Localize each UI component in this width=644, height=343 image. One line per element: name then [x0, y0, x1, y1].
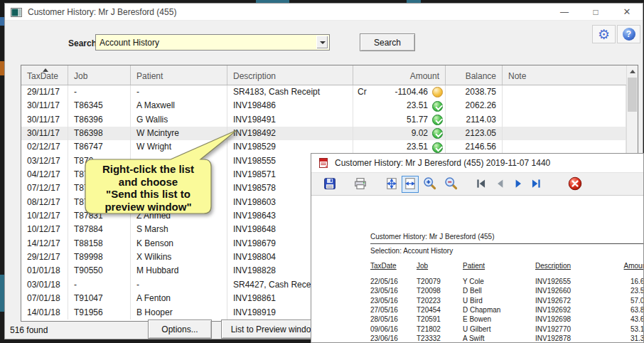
amount-value: -1104.46 — [367, 85, 432, 99]
cell-taxdate: 30/11/17 — [21, 113, 68, 127]
chevron-down-icon — [320, 41, 326, 44]
cell-taxdate: 07/12/17 — [21, 181, 68, 195]
cell-job: - — [68, 278, 131, 292]
paid-status-icon — [432, 115, 443, 125]
cell-job: T89998 — [68, 250, 131, 264]
cell-description: INV198529 — [227, 140, 353, 154]
save-button[interactable] — [321, 176, 338, 193]
report-cell-amount: 63.89 — [594, 306, 643, 314]
fit-width-icon — [404, 177, 417, 192]
amount-value: 23.51 — [358, 140, 432, 154]
report-document-icon — [318, 157, 329, 169]
cell-taxdate: 30/11/17 — [21, 127, 68, 140]
column-header-note[interactable]: Note — [503, 65, 638, 85]
report-column-amount: Amount — [594, 262, 643, 270]
last-page-button[interactable] — [527, 176, 544, 193]
next-page-button[interactable] — [510, 176, 527, 193]
column-header-balance[interactable]: Balance — [446, 65, 503, 85]
cell-taxdate: 14/01/18 — [21, 306, 68, 320]
search-combobox-value: Account History — [96, 38, 316, 48]
report-cell-amount: 31.34 — [594, 334, 643, 342]
close-icon — [568, 176, 582, 193]
report-cell-patient: D Bell — [463, 287, 482, 295]
column-header-job[interactable]: Job — [68, 65, 131, 85]
cell-taxdate: 03/12/17 — [21, 154, 68, 168]
scroll-up-button[interactable] — [627, 65, 638, 77]
cell-patient: S Marsh — [131, 223, 227, 236]
preview-window-title: Customer History: Mr J Beresford (455) 2… — [335, 158, 550, 168]
cell-job: T91956 — [68, 306, 131, 320]
cell-taxdate: 29/12/17 — [21, 250, 68, 264]
fit-page-button[interactable] — [383, 176, 400, 193]
search-combobox[interactable]: Account History — [95, 34, 330, 51]
print-icon — [354, 177, 367, 192]
cell-amount: Cr-1104.46 — [353, 85, 446, 99]
cell-balance: 2038.75 — [446, 85, 503, 99]
cell-balance: 2146.56 — [446, 140, 503, 154]
print-button[interactable] — [352, 176, 369, 193]
preview-title-bar[interactable]: Customer History: Mr J Beresford (455) 2… — [311, 154, 643, 172]
report-cell-description: INV192672 — [535, 297, 571, 305]
column-header-taxdate[interactable]: TaxDate — [21, 65, 68, 85]
report-cell-patient: E Bowen — [463, 315, 491, 323]
cell-taxdate: 03/01/18 — [21, 278, 68, 292]
options-button[interactable]: Options... — [148, 320, 212, 339]
settings-button[interactable]: ⚙ — [592, 25, 616, 43]
table-row[interactable]: 29/11/17--SR4183, Cash ReceiptCr-1104.46… — [21, 85, 626, 99]
cell-job: T90550 — [68, 264, 131, 278]
table-row[interactable]: 30/11/17T86345A MaxwellINV19848623.51206… — [21, 99, 626, 112]
cell-patient: A Fenton — [131, 292, 227, 305]
report-cell-patient: A Swift — [463, 334, 485, 342]
zoom-out-icon — [444, 176, 458, 192]
report-cell-taxdate: 23/05/16 — [370, 297, 398, 305]
cell-patient: X Wilkins — [131, 250, 227, 264]
cell-taxdate: 29/11/17 — [21, 85, 68, 99]
zoom-in-button[interactable] — [421, 176, 438, 193]
report-title-rule — [370, 243, 643, 244]
report-cell-job: T23332 — [417, 334, 441, 342]
cell-patient: M Hubbard — [131, 264, 227, 278]
sort-ascending-icon — [43, 68, 48, 72]
fit-page-icon — [385, 177, 398, 192]
close-button[interactable] — [567, 176, 584, 193]
report-cell-amount: 43.69 — [594, 315, 643, 323]
cell-amount: 9.02 — [353, 127, 446, 140]
minimize-button[interactable]: — — [549, 4, 580, 20]
zoom-out-button[interactable] — [442, 176, 459, 193]
fit-width-button[interactable] — [402, 176, 419, 193]
help-icon: ? — [623, 28, 635, 41]
report-cell-description: INV192692 — [535, 306, 571, 314]
report-cell-amount: 16.62 — [594, 278, 643, 285]
cell-patient: K Benson — [131, 237, 227, 250]
combobox-dropdown-button[interactable] — [316, 36, 328, 49]
cell-description: INV198486 — [227, 99, 353, 112]
save-icon — [323, 177, 336, 192]
report-cell-job: T20098 — [417, 287, 441, 295]
close-button[interactable]: ✕ — [611, 4, 643, 20]
arrow-up-icon — [630, 70, 635, 73]
report-cell-job: T21802 — [417, 325, 441, 333]
column-header-patient[interactable]: Patient — [131, 65, 227, 85]
cell-job: T91047 — [68, 292, 131, 305]
report-cell-taxdate: 22/05/16 — [370, 278, 398, 285]
cell-taxdate: 14/12/17 — [21, 237, 68, 250]
cell-description: SR4183, Cash Receipt — [227, 85, 353, 99]
cell-description: INV198492 — [227, 127, 353, 140]
scrollbar-thumb[interactable] — [628, 78, 637, 112]
prev-page-button[interactable] — [492, 176, 509, 193]
cell-taxdate: 10/12/17 — [21, 223, 68, 236]
cell-amount: 23.51 — [353, 99, 446, 112]
help-button[interactable]: ? — [617, 25, 640, 43]
amount-value: 51.77 — [358, 113, 432, 127]
maximize-button[interactable]: □ — [580, 4, 611, 20]
search-button[interactable]: Search — [360, 33, 415, 51]
records-found-label: 516 found — [10, 325, 48, 335]
cell-note — [503, 140, 626, 154]
column-header-amount[interactable]: Amount — [353, 65, 446, 85]
credit-label: Cr — [358, 85, 367, 99]
column-header-description[interactable]: Description — [227, 65, 353, 85]
title-bar[interactable]: Customer History: Mr J Beresford (455) —… — [5, 4, 643, 21]
first-page-button[interactable] — [473, 176, 490, 193]
cell-description: INV198491 — [227, 113, 353, 127]
report-cell-amount: 23.51 — [594, 287, 643, 295]
